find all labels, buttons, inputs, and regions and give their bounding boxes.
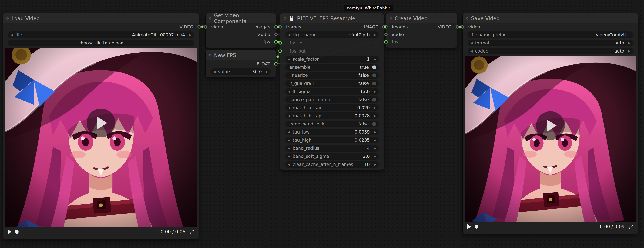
widget-ensemble[interactable]: ensembletrue bbox=[285, 64, 379, 71]
widget-codec[interactable]: ◀codecauto▶ bbox=[468, 48, 633, 54]
fullscreen-icon[interactable] bbox=[628, 224, 634, 230]
widget-format[interactable]: ◀formatauto▶ bbox=[468, 39, 633, 46]
toggle-knob[interactable] bbox=[372, 122, 376, 126]
widget-value[interactable]: ◀ value 30.0 ▶ bbox=[210, 68, 271, 75]
input-socket-video[interactable] bbox=[461, 25, 464, 29]
output-socket-fps[interactable] bbox=[274, 40, 278, 44]
increment-arrow-icon[interactable]: ▶ bbox=[626, 41, 630, 45]
node-titlebar[interactable]: Create Video bbox=[386, 13, 457, 23]
play-button[interactable] bbox=[467, 224, 471, 229]
widget-edge_band_lock[interactable]: edge_band_lockfalse bbox=[285, 121, 379, 127]
decrement-arrow-icon[interactable]: ◀ bbox=[288, 33, 293, 36]
seek-knob[interactable] bbox=[474, 225, 478, 229]
input-socket-fps[interactable] bbox=[384, 40, 388, 44]
widget-linearize[interactable]: linearizefalse bbox=[285, 72, 379, 79]
seek-bar[interactable] bbox=[482, 227, 596, 227]
node-new-fps[interactable]: New FPS FLOAT ◀ value 30.0 ▶ bbox=[205, 50, 276, 77]
next-arrow-icon[interactable]: ▶ bbox=[186, 33, 192, 36]
increment-arrow-icon[interactable]: ▶ bbox=[626, 49, 630, 53]
widget-tau_low[interactable]: ◀tau_low0.0059▶ bbox=[285, 128, 379, 135]
input-socket-frames[interactable] bbox=[278, 25, 282, 29]
prev-arrow-icon[interactable]: ◀ bbox=[10, 33, 16, 36]
node-save-video[interactable]: Save Video video filename_prefixvideo/Co… bbox=[462, 13, 638, 234]
increment-arrow-icon[interactable]: ▶ bbox=[371, 58, 376, 61]
seek-bar[interactable] bbox=[22, 232, 157, 232]
widget-band_soft_sigma[interactable]: ◀band_soft_sigma2.0▶ bbox=[285, 153, 379, 160]
decrement-arrow-icon[interactable]: ◀ bbox=[288, 138, 293, 142]
input-socket-fps_out[interactable] bbox=[278, 49, 282, 53]
decrement-arrow-icon[interactable]: ◀ bbox=[288, 155, 293, 158]
decrement-arrow-icon[interactable]: ◀ bbox=[288, 114, 293, 118]
input-socket-images[interactable] bbox=[384, 25, 388, 29]
play-overlay-button[interactable] bbox=[87, 109, 115, 137]
seek-knob[interactable] bbox=[15, 230, 19, 234]
collapse-toggle-icon[interactable] bbox=[209, 54, 212, 56]
comfyui-canvas[interactable]: { "badge": "comfyui-WhiteRabbit", "icons… bbox=[0, 0, 644, 248]
increment-arrow-icon[interactable]: ▶ bbox=[371, 147, 376, 150]
video-preview[interactable] bbox=[5, 48, 197, 227]
widget-ckpt_name[interactable]: ◀ckpt_namerife47.pth▶ bbox=[285, 31, 379, 38]
collapse-toggle-icon[interactable] bbox=[390, 17, 392, 19]
output-socket-video[interactable] bbox=[456, 25, 459, 29]
input-socket-audio[interactable] bbox=[384, 33, 388, 36]
fullscreen-icon[interactable] bbox=[189, 229, 194, 235]
video-preview[interactable] bbox=[464, 56, 636, 222]
toggle-knob[interactable] bbox=[372, 73, 376, 77]
increment-arrow-icon[interactable]: ▶ bbox=[371, 130, 376, 134]
input-fps_out[interactable]: fps_out bbox=[280, 48, 384, 54]
collapse-toggle-icon[interactable] bbox=[6, 17, 9, 19]
collapse-toggle-icon[interactable] bbox=[466, 17, 468, 19]
widget-file[interactable]: ◀ file AnimateDiff_00007.mp4 ▶ bbox=[8, 31, 194, 38]
increment-arrow-icon[interactable]: ▶ bbox=[371, 155, 376, 158]
toggle-knob[interactable] bbox=[372, 65, 376, 69]
widget-band_radius[interactable]: ◀band_radius4▶ bbox=[285, 145, 379, 152]
toggle-knob[interactable] bbox=[372, 82, 376, 86]
node-titlebar[interactable]: Save Video bbox=[462, 13, 638, 23]
upload-button[interactable]: choose file to upload bbox=[8, 39, 194, 46]
decrement-arrow-icon[interactable]: ◀ bbox=[288, 90, 293, 93]
decrement-arrow-icon[interactable]: ◀ bbox=[213, 70, 218, 73]
output-socket-float[interactable] bbox=[274, 62, 278, 66]
play-button[interactable] bbox=[8, 229, 12, 234]
widget-source_pair_match[interactable]: source_pair_matchfalse bbox=[285, 96, 379, 103]
widget-lf_sigma[interactable]: ◀lf_sigma13.0▶ bbox=[285, 88, 379, 95]
decrement-arrow-icon[interactable]: ◀ bbox=[288, 106, 293, 110]
output-socket-audio[interactable] bbox=[274, 33, 278, 36]
node-titlebar[interactable]: RIFE VFI FPS Resample bbox=[280, 13, 384, 23]
increment-arrow-icon[interactable]: ▶ bbox=[371, 163, 376, 166]
output-socket-images[interactable] bbox=[274, 25, 278, 29]
decrement-arrow-icon[interactable]: ◀ bbox=[470, 49, 475, 53]
increment-arrow-icon[interactable]: ▶ bbox=[371, 106, 376, 110]
collapse-toggle-icon[interactable] bbox=[209, 17, 212, 19]
widget-match_a_cap[interactable]: ◀match_a_cap0.020▶ bbox=[285, 104, 379, 111]
input-socket-fps_in[interactable] bbox=[278, 41, 282, 45]
node-titlebar[interactable]: Get Video Components bbox=[206, 13, 276, 23]
node-titlebar[interactable]: Load Video bbox=[3, 13, 199, 23]
node-get-video-components[interactable]: Get Video Components video images audio … bbox=[205, 13, 276, 48]
widget-lf_guardrail[interactable]: lf_guardrailfalse bbox=[285, 80, 379, 87]
widget-filename_prefix[interactable]: filename_prefixvideo/ComfyUI bbox=[468, 31, 633, 38]
play-overlay-button[interactable] bbox=[536, 111, 565, 140]
node-rife-vfi-fps-resample[interactable]: RIFE VFI FPS Resample frames IMAGE ◀ckpt… bbox=[280, 13, 384, 170]
decrement-arrow-icon[interactable]: ◀ bbox=[288, 58, 293, 61]
widget-clear_cache_after_n_frames[interactable]: ◀clear_cache_after_n_frames10▶ bbox=[285, 161, 379, 168]
node-load-video[interactable]: Load Video VIDEO ◀ file AnimateDiff_0000… bbox=[3, 13, 199, 239]
widget-match_b_cap[interactable]: ◀match_b_cap0.0078▶ bbox=[285, 113, 379, 119]
collapse-toggle-icon[interactable] bbox=[284, 17, 286, 19]
decrement-arrow-icon[interactable]: ◀ bbox=[288, 163, 293, 166]
input-socket-video[interactable] bbox=[204, 25, 207, 29]
increment-arrow-icon[interactable]: ▶ bbox=[371, 138, 376, 142]
increment-arrow-icon[interactable]: ▶ bbox=[371, 33, 376, 36]
toggle-knob[interactable] bbox=[372, 98, 376, 102]
decrement-arrow-icon[interactable]: ◀ bbox=[470, 41, 475, 45]
widget-scale_factor[interactable]: ◀scale_factor1▶ bbox=[285, 56, 379, 63]
increment-arrow-icon[interactable]: ▶ bbox=[371, 90, 376, 93]
node-create-video[interactable]: Create Video images VIDEO audio fps bbox=[386, 13, 457, 48]
decrement-arrow-icon[interactable]: ◀ bbox=[288, 130, 293, 134]
decrement-arrow-icon[interactable]: ◀ bbox=[288, 147, 293, 150]
node-titlebar[interactable]: New FPS bbox=[206, 50, 276, 60]
widget-tau_high[interactable]: ◀tau_high0.0235▶ bbox=[285, 137, 379, 143]
group-title-badge[interactable]: comfyui-WhiteRabbit bbox=[344, 4, 393, 11]
increment-arrow-icon[interactable]: ▶ bbox=[263, 70, 268, 73]
increment-arrow-icon[interactable]: ▶ bbox=[371, 114, 376, 118]
